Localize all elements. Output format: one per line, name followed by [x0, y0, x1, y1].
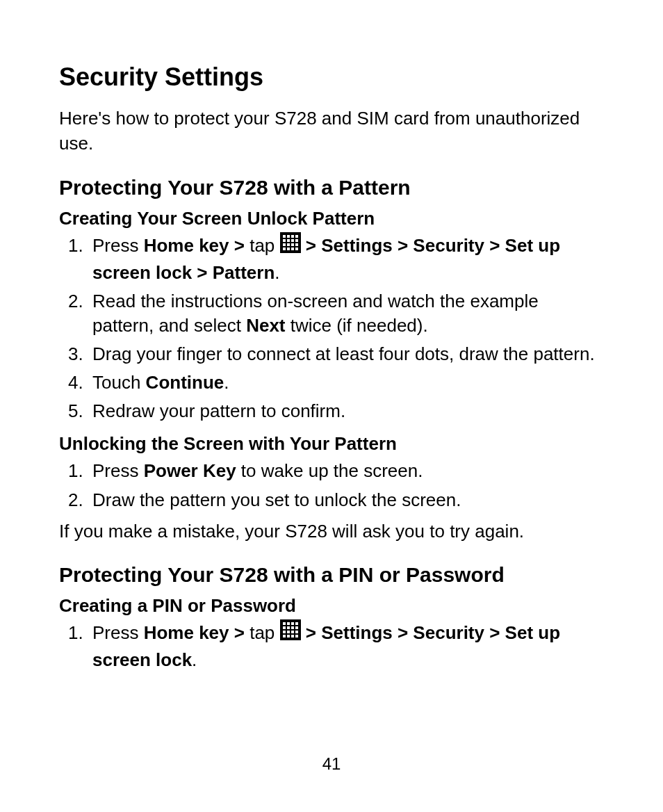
svg-rect-9	[283, 243, 286, 246]
svg-rect-8	[295, 239, 298, 242]
list-item: Draw the pattern you set to unlock the s…	[88, 488, 604, 512]
section-pattern: Protecting Your S728 with a Pattern Crea…	[59, 176, 604, 544]
svg-rect-18	[283, 622, 286, 625]
ordered-list: Press Home key > tap > Settings > Securi…	[59, 621, 604, 672]
svg-rect-7	[291, 239, 294, 242]
list-item: Touch Continue.	[88, 371, 604, 395]
bold-text: Power Key	[144, 460, 236, 481]
svg-rect-1	[283, 235, 286, 238]
svg-rect-30	[283, 635, 286, 638]
section-pin-password: Protecting Your S728 with a PIN or Passw…	[59, 563, 604, 672]
svg-rect-23	[287, 626, 290, 629]
subsection-heading: Creating Your Screen Unlock Pattern	[59, 208, 604, 229]
svg-rect-21	[295, 622, 298, 625]
list-item: Press Home key > tap > Settings > Securi…	[88, 234, 604, 285]
svg-rect-31	[287, 635, 290, 638]
svg-rect-19	[287, 622, 290, 625]
svg-rect-33	[295, 635, 298, 638]
list-item: Press Home key > tap > Settings > Securi…	[88, 621, 604, 672]
bold-text: Continue	[146, 372, 224, 393]
svg-rect-26	[283, 631, 286, 633]
section-heading: Protecting Your S728 with a PIN or Passw…	[59, 563, 604, 587]
subsection-create-pattern: Creating Your Screen Unlock Pattern Pres…	[59, 208, 604, 424]
svg-rect-12	[295, 243, 298, 246]
list-item: Drag your finger to connect at least fou…	[88, 342, 604, 366]
section-heading: Protecting Your S728 with a Pattern	[59, 176, 604, 200]
list-item: Redraw your pattern to confirm.	[88, 399, 604, 423]
svg-rect-3	[291, 235, 294, 238]
svg-rect-29	[295, 631, 298, 633]
svg-rect-4	[295, 235, 298, 238]
svg-rect-22	[283, 626, 286, 629]
svg-rect-24	[291, 626, 294, 629]
svg-rect-32	[291, 635, 294, 638]
svg-rect-14	[287, 247, 290, 250]
text: Press	[92, 235, 144, 256]
svg-rect-10	[287, 243, 290, 246]
page-title: Security Settings	[59, 63, 604, 92]
ordered-list: Press Home key > tap > Settings > Securi…	[59, 234, 604, 424]
svg-rect-20	[291, 622, 294, 625]
apps-grid-icon	[280, 619, 301, 647]
svg-rect-16	[295, 247, 298, 250]
intro-text: Here's how to protect your S728 and SIM …	[59, 106, 604, 156]
text: .	[192, 649, 197, 670]
text: tap	[249, 622, 279, 643]
svg-rect-28	[291, 631, 294, 633]
text: to wake up the screen.	[236, 460, 423, 481]
text: tap	[249, 235, 279, 256]
bold-text: Home key >	[144, 622, 249, 643]
subsection-create-pin: Creating a PIN or Password Press Home ke…	[59, 595, 604, 672]
svg-rect-25	[295, 626, 298, 629]
document-page: Security Settings Here's how to protect …	[0, 0, 663, 812]
text: .	[224, 372, 229, 393]
subsection-unlock-pattern: Unlocking the Screen with Your Pattern P…	[59, 433, 604, 543]
apps-grid-icon	[280, 232, 301, 259]
svg-rect-6	[287, 239, 290, 242]
page-number: 41	[0, 754, 663, 774]
svg-rect-2	[287, 235, 290, 238]
text: Press	[92, 460, 144, 481]
svg-rect-13	[283, 247, 286, 250]
text: twice (if needed).	[286, 315, 428, 336]
svg-rect-11	[291, 243, 294, 246]
text: Touch	[92, 372, 146, 393]
ordered-list: Press Power Key to wake up the screen. D…	[59, 459, 604, 512]
bold-text: Next	[246, 315, 285, 336]
subsection-heading: Unlocking the Screen with Your Pattern	[59, 433, 604, 455]
list-item: Press Power Key to wake up the screen.	[88, 459, 604, 483]
svg-rect-15	[291, 247, 294, 250]
svg-rect-27	[287, 631, 290, 633]
subsection-heading: Creating a PIN or Password	[59, 595, 604, 617]
text: .	[275, 262, 279, 283]
text: Press	[92, 622, 144, 643]
bold-text: Home key >	[144, 235, 249, 256]
note-text: If you make a mistake, your S728 will as…	[59, 519, 604, 544]
list-item: Read the instructions on-screen and watc…	[88, 289, 604, 338]
svg-rect-5	[283, 239, 286, 242]
